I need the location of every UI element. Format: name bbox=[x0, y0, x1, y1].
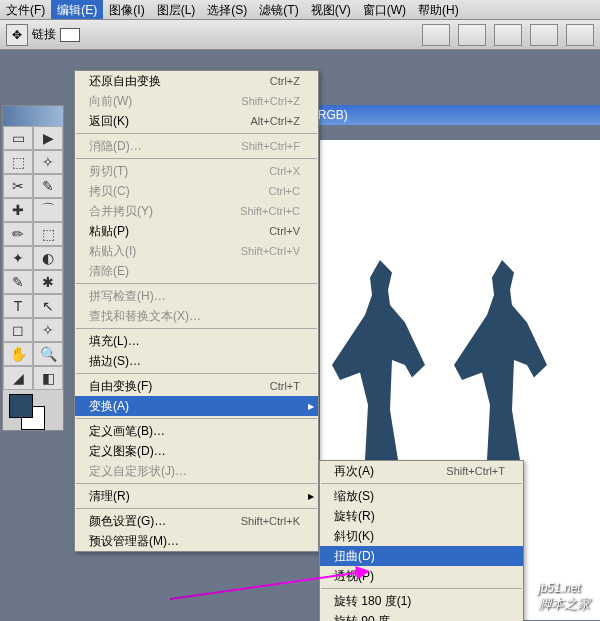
mi-rotate-180[interactable]: 旋转 180 度(1) bbox=[320, 591, 523, 611]
menubar: 文件(F) 编辑(E) 图像(I) 图层(L) 选择(S) 滤镜(T) 视图(V… bbox=[0, 0, 600, 20]
move-tool-icon[interactable]: ✥ bbox=[6, 24, 28, 46]
mi-step-forward[interactable]: 向前(W)Shift+Ctrl+Z bbox=[75, 91, 318, 111]
align-btn-5[interactable] bbox=[566, 24, 594, 46]
menu-filter[interactable]: 滤镜(T) bbox=[253, 0, 304, 19]
tool-hand[interactable]: ◢ bbox=[3, 366, 33, 390]
bounding-box-sample bbox=[60, 28, 80, 42]
mi-again[interactable]: 再次(A)Shift+Ctrl+T bbox=[320, 461, 523, 481]
menu-layer[interactable]: 图层(L) bbox=[151, 0, 202, 19]
tool-gradient[interactable]: ◐ bbox=[33, 246, 63, 270]
menu-file[interactable]: 文件(F) bbox=[0, 0, 51, 19]
menu-help[interactable]: 帮助(H) bbox=[412, 0, 465, 19]
watermark-url: jb51.net bbox=[538, 581, 581, 595]
menu-image[interactable]: 图像(I) bbox=[103, 0, 150, 19]
tool-marquee[interactable]: ▭ bbox=[3, 126, 33, 150]
mi-preset-manager[interactable]: 预设管理器(M)… bbox=[75, 531, 318, 551]
mi-find-replace[interactable]: 查找和替换文本(X)… bbox=[75, 306, 318, 326]
tool-dodge[interactable]: ✱ bbox=[33, 270, 63, 294]
mi-paste-into[interactable]: 粘贴入(I)Shift+Ctrl+V bbox=[75, 241, 318, 261]
align-btn-1[interactable] bbox=[422, 24, 450, 46]
watermark: jb51.net 脚本之家 bbox=[538, 579, 590, 613]
toolbox-header[interactable] bbox=[3, 106, 63, 126]
mi-step-back[interactable]: 返回(K)Alt+Ctrl+Z bbox=[75, 111, 318, 131]
mi-transform[interactable]: 变换(A) bbox=[75, 396, 318, 416]
mi-free-transform[interactable]: 自由变换(F)Ctrl+T bbox=[75, 376, 318, 396]
mi-define-shape[interactable]: 定义自定形状(J)… bbox=[75, 461, 318, 481]
tool-path[interactable]: ↖ bbox=[33, 294, 63, 318]
color-swatches[interactable] bbox=[3, 390, 63, 430]
tool-slice[interactable]: ✎ bbox=[33, 174, 63, 198]
mi-spell-check[interactable]: 拼写检查(H)… bbox=[75, 286, 318, 306]
tool-brush[interactable]: ⌒ bbox=[33, 198, 63, 222]
menu-select[interactable]: 选择(S) bbox=[201, 0, 253, 19]
mi-purge[interactable]: 清理(R) bbox=[75, 486, 318, 506]
workspace: |本, RGB) ▭ ▶ ⬚ ✧ ✂ ✎ ✚ ⌒ ✏ ⬚ ✦ ◐ ✎ ✱ T ↖… bbox=[0, 50, 600, 621]
mi-color-settings[interactable]: 颜色设置(G)…Shift+Ctrl+K bbox=[75, 511, 318, 531]
mi-copy[interactable]: 拷贝(C)Ctrl+C bbox=[75, 181, 318, 201]
tool-eraser[interactable]: ✦ bbox=[3, 246, 33, 270]
mi-copy-merged[interactable]: 合并拷贝(Y)Shift+Ctrl+C bbox=[75, 201, 318, 221]
tool-blur[interactable]: ✎ bbox=[3, 270, 33, 294]
align-btn-3[interactable] bbox=[494, 24, 522, 46]
mi-rotate[interactable]: 旋转(R) bbox=[320, 506, 523, 526]
tool-notes[interactable]: ✋ bbox=[3, 342, 33, 366]
menu-view[interactable]: 视图(V) bbox=[305, 0, 357, 19]
toolbox: ▭ ▶ ⬚ ✧ ✂ ✎ ✚ ⌒ ✏ ⬚ ✦ ◐ ✎ ✱ T ↖ ◻ ✧ ✋ 🔍 … bbox=[2, 105, 64, 431]
mi-undo-free-transform[interactable]: 还原自由变换Ctrl+Z bbox=[75, 71, 318, 91]
mi-distort[interactable]: 扭曲(D) bbox=[320, 546, 523, 566]
foreground-color[interactable] bbox=[9, 394, 33, 418]
link-label: 链接 bbox=[32, 26, 56, 43]
mi-define-brush[interactable]: 定义画笔(B)… bbox=[75, 421, 318, 441]
align-btn-4[interactable] bbox=[530, 24, 558, 46]
mi-scale[interactable]: 缩放(S) bbox=[320, 486, 523, 506]
menu-window[interactable]: 窗口(W) bbox=[357, 0, 412, 19]
menu-edit[interactable]: 编辑(E) bbox=[51, 0, 103, 19]
tool-pen[interactable]: ◻ bbox=[3, 318, 33, 342]
mi-perspective[interactable]: 透视(P) bbox=[320, 566, 523, 586]
mi-stroke[interactable]: 描边(S)… bbox=[75, 351, 318, 371]
mi-paste[interactable]: 粘贴(P)Ctrl+V bbox=[75, 221, 318, 241]
mi-fill[interactable]: 填充(L)… bbox=[75, 331, 318, 351]
tool-stamp[interactable]: ✏ bbox=[3, 222, 33, 246]
tool-history[interactable]: ⬚ bbox=[33, 222, 63, 246]
tool-heal[interactable]: ✚ bbox=[3, 198, 33, 222]
mi-rotate-90[interactable]: 旋转 90 度 bbox=[320, 611, 523, 621]
tool-shape[interactable]: ✧ bbox=[33, 318, 63, 342]
edit-dropdown: 还原自由变换Ctrl+Z 向前(W)Shift+Ctrl+Z 返回(K)Alt+… bbox=[74, 70, 319, 552]
transform-submenu: 再次(A)Shift+Ctrl+T 缩放(S) 旋转(R) 斜切(K) 扭曲(D… bbox=[319, 460, 524, 621]
tool-zoom[interactable]: ◧ bbox=[33, 366, 63, 390]
mi-clear[interactable]: 清除(E) bbox=[75, 261, 318, 281]
mi-define-pattern[interactable]: 定义图案(D)… bbox=[75, 441, 318, 461]
toolbox-grid: ▭ ▶ ⬚ ✧ ✂ ✎ ✚ ⌒ ✏ ⬚ ✦ ◐ ✎ ✱ T ↖ ◻ ✧ ✋ 🔍 … bbox=[3, 126, 63, 390]
tool-eyedrop[interactable]: 🔍 bbox=[33, 342, 63, 366]
tool-lasso[interactable]: ⬚ bbox=[3, 150, 33, 174]
tool-crop[interactable]: ✂ bbox=[3, 174, 33, 198]
watermark-text: 脚本之家 bbox=[538, 595, 590, 613]
mi-skew[interactable]: 斜切(K) bbox=[320, 526, 523, 546]
tool-wand[interactable]: ✧ bbox=[33, 150, 63, 174]
mi-cut[interactable]: 剪切(T)Ctrl+X bbox=[75, 161, 318, 181]
options-bar: ✥ 链接 bbox=[0, 20, 600, 50]
tool-move[interactable]: ▶ bbox=[33, 126, 63, 150]
mi-fade[interactable]: 消隐(D)…Shift+Ctrl+F bbox=[75, 136, 318, 156]
align-btn-2[interactable] bbox=[458, 24, 486, 46]
tool-type[interactable]: T bbox=[3, 294, 33, 318]
document-titlebar[interactable]: |本, RGB) bbox=[290, 105, 600, 125]
